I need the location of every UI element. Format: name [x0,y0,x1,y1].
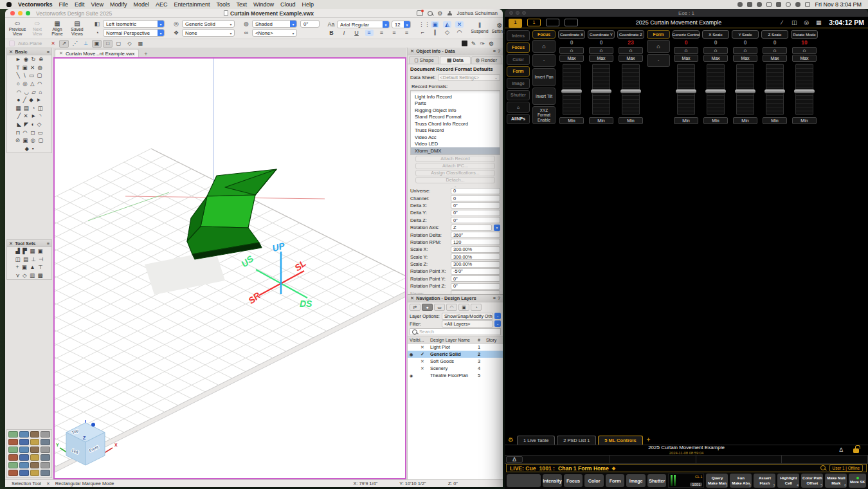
menu-edit[interactable]: Edit [75,1,85,8]
softkey-query[interactable]: QueryMake Man1 [706,474,728,488]
status-icon[interactable] [747,2,752,7]
nav-viewports-icon[interactable]: ◠ [446,304,457,311]
focus-minus-button[interactable]: - [532,54,556,67]
font-icon[interactable]: Aa [327,21,335,28]
invert-pan-button[interactable]: Invert Pan [532,68,556,86]
menu-icon[interactable]: ≡ [493,48,496,54]
status-icon[interactable] [737,2,743,7]
constraint-icon[interactable]: ∥ [431,29,439,35]
max-button[interactable]: Max [763,55,787,62]
menu-file[interactable]: File [59,1,69,8]
account-name[interactable]: Joshua Schulman [457,10,498,16]
constraint-icon[interactable]: ⋮⋮ [419,21,427,28]
active-layer-dropdown[interactable]: None▾ [182,29,235,37]
monitor-tab-2[interactable]: 1 [527,19,541,26]
italic-button[interactable]: I [340,30,348,36]
fader-handle[interactable] [561,89,582,93]
snap-working-plane-button[interactable]: ▣ [92,40,102,48]
softkey-form[interactable]: Form [606,474,625,487]
font-dropdown[interactable]: Arial Regular▾ [337,21,390,28]
projection-icon[interactable]: ◔ [93,30,101,36]
menu-view[interactable]: View [91,1,104,8]
help-icon[interactable]: ? [498,295,500,301]
delta-y-field[interactable]: 0" [451,210,500,216]
search-icon[interactable] [428,11,433,16]
basic-palette-header[interactable]: ✕ Basic ≡ [7,48,51,55]
tab-ml-controls[interactable]: 5 ML Controls [598,436,642,445]
edit-icon[interactable]: ∕ [777,19,786,26]
fader-track[interactable] [707,64,725,115]
class-icon[interactable]: ◎ [172,21,180,27]
focus-column-header[interactable]: Focus [532,30,556,39]
form-column-header[interactable]: Form [647,30,670,39]
list-item[interactable]: Parts [411,100,500,107]
image-category-button[interactable]: Image [507,78,530,89]
marquee-mode-button[interactable]: □ [103,40,113,48]
chevron-down-icon[interactable]: ⌄ [494,320,501,327]
softkey-focus[interactable]: Focus [564,474,583,487]
fader-track[interactable] [736,64,754,115]
list-item[interactable]: Light Info Record [411,93,500,100]
min-button[interactable]: Min [589,117,613,124]
drawing-canvas[interactable]: US SL SR DS UP Top Left Fr [53,57,406,479]
focus-home-button[interactable]: ⌂ [532,40,556,53]
nav-references-icon[interactable]: ◔ [471,304,482,311]
layer-search-input[interactable]: Search [410,328,501,335]
intens-category-button[interactable]: Intens [507,30,530,41]
tool-sets-header[interactable]: ✕ Tool Sets ≡ [7,240,51,247]
close-icon[interactable]: ✕ [9,49,13,55]
battery-icon[interactable] [805,2,810,7]
snapshot-icon[interactable]: ◎ [802,19,811,26]
tab-psd-list[interactable]: 2 PSD List 1 [557,436,596,445]
align-plane-button[interactable]: ▦Align Plane [49,21,66,36]
min-button[interactable]: Min [559,117,584,124]
menu-tools[interactable]: Tools [217,1,230,8]
status-icon[interactable] [776,2,781,7]
data-sheet-dropdown[interactable]: <Default Settings>⌄ [438,74,500,81]
underline-button[interactable]: U [352,30,361,36]
attribute-fill-swatch[interactable] [462,41,467,46]
tool-icons-row[interactable]: ○ ◎ △ ◠ [7,80,51,88]
search-icon[interactable] [820,465,826,471]
menu-modify[interactable]: Modify [110,1,127,8]
menu-model[interactable]: Model [133,1,149,8]
filter-dropdown[interactable]: <All Layers> [442,320,493,328]
max-button[interactable]: Max [674,55,698,62]
suspend-button[interactable]: ‖Suspend [471,23,488,33]
nav-classes-icon[interactable]: ⇄ [410,304,420,311]
shutter-category-button[interactable]: Shutter [507,90,530,101]
form-minus-button[interactable]: - [647,54,670,67]
form-category-button[interactable]: Form [507,66,530,77]
max-button[interactable]: Max [559,55,584,62]
fader-page-cell[interactable] [610,456,696,463]
eye-icon[interactable]: ◉ [408,352,420,356]
fader-page-cell[interactable] [696,456,782,463]
fader-handle[interactable] [735,89,755,93]
menu-icon[interactable]: ≡ [47,49,50,55]
visualization-icons[interactable] [7,430,51,477]
home-icon[interactable]: ⌂ [792,47,817,54]
fader-track[interactable] [795,64,813,115]
tool-icons-row[interactable]: ◫ ▤ ⊥ ⊣ [7,255,51,264]
tool-icons-row[interactable]: ◆ ▪ [7,145,51,153]
tool-icons-row[interactable]: ⊓ ◠ ◻ ▭ [7,128,51,136]
xyz-format-enable-button[interactable]: XYZ Format Enable [532,106,556,124]
menu-text[interactable]: Text [237,1,248,8]
detach-button[interactable]: Detach... [415,177,495,183]
pen-icon[interactable]: ✎ [471,41,476,47]
table-row[interactable]: ✕ Soft Goods3 [408,358,503,365]
tool-icons-row[interactable]: T ▣ ✕ ◍ [7,64,51,72]
tool-icons-row[interactable]: ▟ ▛ ▦ ▣ [7,247,51,255]
table-row[interactable]: ✕ Light Plot1 [408,344,503,351]
min-button[interactable]: Min [674,117,698,124]
close-tab-icon[interactable]: ✕ [59,51,63,56]
add-tab-button[interactable]: + [647,436,651,443]
line-style-icon[interactable]: ✑ [480,41,485,47]
fader-handle[interactable] [591,89,611,93]
close-icon[interactable]: ✕ [410,295,414,301]
home-icon[interactable]: ⌂ [559,47,584,54]
softkey-assert[interactable]: AssertFlash3 [754,474,775,488]
status-icon[interactable] [766,2,772,7]
rotation-point-x-field[interactable]: -5'0" [451,268,500,275]
max-button[interactable]: Max [619,55,643,62]
